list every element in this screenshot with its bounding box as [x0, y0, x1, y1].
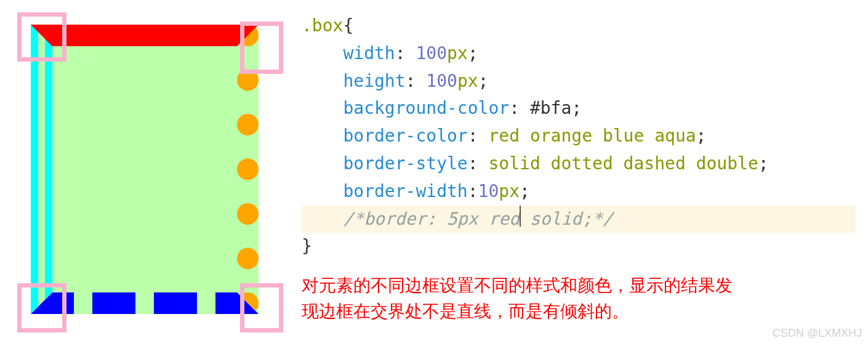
brace-open: { [343, 15, 353, 36]
note-line-2: 现边框在交界处不是直线，而是有倾斜的。 [302, 299, 856, 324]
css-code-block: .box{ width: 100px; height: 100px; backg… [302, 12, 856, 260]
prop-border-color: border-color [343, 126, 467, 146]
text-cursor [520, 206, 521, 227]
watermark: CSDN @LXMXHJ [773, 327, 862, 340]
prop-border-width: border-width [343, 181, 467, 201]
brace-close: } [302, 236, 312, 256]
corner-highlight-bottom-left [17, 283, 66, 332]
prop-width: width [343, 43, 395, 63]
prop-height: height [343, 71, 405, 91]
explanation-note: 对元素的不同边框设置不同的样式和颜色，显示的结果发 现边框在交界处不是直线，而是… [302, 273, 856, 324]
css-box-demo [31, 25, 259, 314]
prop-border-style: border-style [343, 153, 467, 174]
box-demo-panel [12, 12, 277, 339]
val-border-style: solid dotted dashed double [488, 153, 758, 174]
comment-post: solid;*/ [520, 209, 613, 229]
val-bg: #bfa [530, 98, 571, 118]
code-panel: .box{ width: 100px; height: 100px; backg… [302, 12, 856, 339]
comment-pre: /*border: 5px red [343, 209, 520, 229]
corner-highlight-top-right [240, 22, 283, 74]
corner-highlight-top-left [17, 12, 66, 62]
css-selector: .box [302, 15, 343, 36]
val-border-color: red orange blue aqua [488, 126, 696, 146]
note-line-1: 对元素的不同边框设置不同的样式和颜色，显示的结果发 [302, 273, 856, 299]
prop-bg: background-color [343, 98, 509, 118]
corner-highlight-bottom-right [240, 283, 283, 332]
